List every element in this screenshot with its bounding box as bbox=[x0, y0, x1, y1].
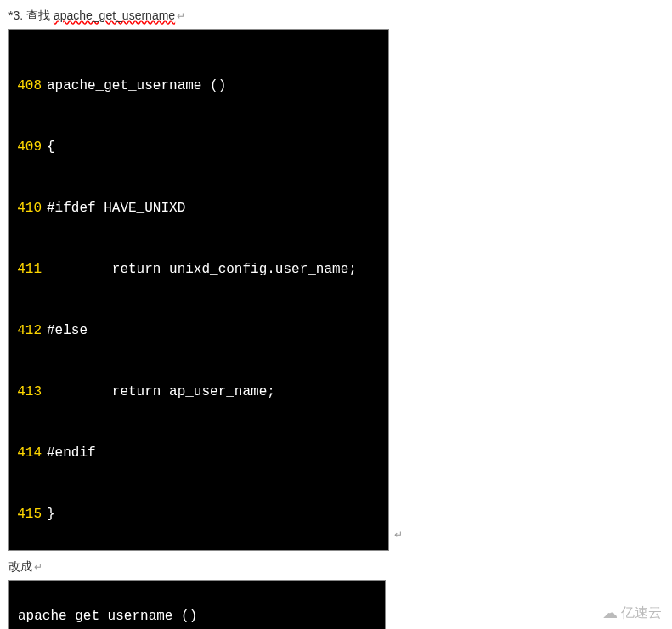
codeline: return unixd_config.user_name; bbox=[47, 259, 364, 280]
lineno: 415 bbox=[9, 504, 47, 524]
code-block-1: 408apache_get_username () 409{ 410#ifdef… bbox=[8, 29, 389, 551]
heading-prefix: *3. 查找 bbox=[8, 8, 54, 22]
return-mark: ↵ bbox=[34, 561, 42, 573]
return-mark: ↵ bbox=[394, 529, 403, 541]
label-text: 改成 bbox=[8, 559, 32, 573]
return-mark: ↵ bbox=[177, 10, 185, 22]
lineno: 409 bbox=[9, 137, 47, 157]
codeline: } bbox=[47, 504, 62, 524]
label-changeto: 改成↵ bbox=[8, 559, 664, 575]
watermark-text: 亿速云 bbox=[621, 604, 662, 622]
lineno: 411 bbox=[9, 259, 47, 280]
heading-term: apache_get_username bbox=[54, 8, 175, 22]
cloud-icon: ☁ bbox=[602, 604, 618, 622]
codeline: #else bbox=[47, 320, 94, 341]
codeline: return ap_user_name; bbox=[47, 382, 282, 402]
codeline: { bbox=[47, 137, 62, 157]
lineno: 412 bbox=[9, 320, 47, 341]
codeline: apache_get_username () bbox=[47, 76, 233, 96]
codeline: #ifdef HAVE_UNIXD bbox=[47, 198, 192, 218]
section3-heading: *3. 查找 apache_get_username↵ bbox=[8, 8, 664, 24]
codeline: apache_get_username () bbox=[18, 606, 385, 626]
lineno: 413 bbox=[9, 382, 47, 402]
watermark: ☁ 亿速云 bbox=[602, 604, 662, 622]
lineno: 410 bbox=[9, 198, 47, 218]
lineno: 408 bbox=[9, 76, 47, 96]
code-block-2: apache_get_username () { #ifdef HAVE_UNI… bbox=[8, 580, 386, 629]
lineno: 414 bbox=[9, 443, 47, 463]
codeline: #endif bbox=[47, 443, 103, 463]
